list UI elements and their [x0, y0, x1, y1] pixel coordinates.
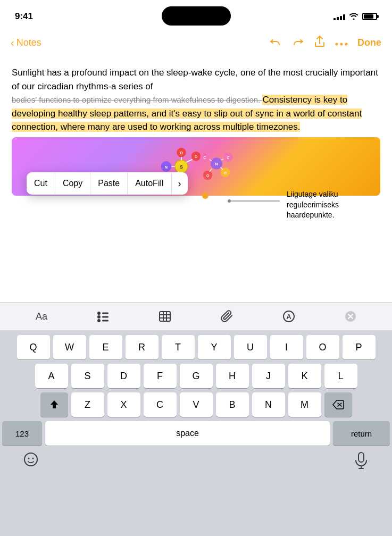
svg-text:C: C [204, 156, 206, 160]
toolbar-close-button[interactable] [320, 311, 381, 322]
table-button[interactable] [134, 311, 196, 322]
back-button[interactable]: ‹ Notes [11, 37, 269, 49]
svg-rect-36 [102, 313, 109, 314]
svg-rect-38 [102, 320, 109, 322]
dynamic-island [162, 6, 231, 26]
key-q[interactable]: Q [17, 335, 50, 359]
numbers-key[interactable]: 123 [2, 421, 42, 446]
key-t[interactable]: T [162, 335, 195, 359]
context-paste-button[interactable]: Paste [90, 172, 128, 195]
key-w[interactable]: W [53, 335, 86, 359]
context-autofill-button[interactable]: AutoFill [128, 172, 171, 195]
key-o[interactable]: O [306, 335, 339, 359]
svg-text:O: O [206, 174, 209, 178]
key-i[interactable]: I [270, 335, 303, 359]
key-m[interactable]: M [288, 392, 321, 417]
key-y[interactable]: Y [198, 335, 231, 359]
keyboard-bottom-bar [2, 450, 390, 478]
key-v[interactable]: V [180, 392, 213, 417]
emoji-button[interactable] [23, 452, 38, 471]
key-f[interactable]: F [144, 364, 177, 388]
context-copy-button[interactable]: Copy [55, 172, 90, 195]
svg-text:C: C [227, 156, 230, 160]
key-g[interactable]: G [180, 364, 213, 388]
key-x[interactable]: X [107, 392, 140, 417]
more-options-icon[interactable] [335, 37, 348, 49]
key-c[interactable]: C [144, 392, 177, 417]
svg-text:O: O [195, 155, 198, 159]
svg-rect-39 [160, 312, 170, 321]
key-k[interactable]: K [288, 364, 321, 388]
callout-line-icon [227, 190, 285, 212]
formatting-toolbar: Aa A [0, 302, 392, 331]
done-button[interactable]: Done [357, 37, 381, 48]
callout-text: Liigutage valiku reguleerimiseks haardep… [287, 189, 388, 221]
key-j[interactable]: J [252, 364, 285, 388]
selection-handle-end[interactable] [202, 192, 208, 199]
battery-icon [362, 13, 377, 20]
key-s[interactable]: S [71, 364, 104, 388]
keyboard-row-4: 123 space return [2, 421, 390, 446]
svg-line-21 [210, 159, 212, 161]
svg-point-2 [345, 43, 348, 45]
aa-label: Aa [36, 311, 47, 322]
nav-actions: Done [269, 35, 381, 51]
svg-text:N: N [215, 162, 218, 166]
share-icon[interactable] [314, 35, 326, 51]
key-p[interactable]: P [343, 335, 376, 359]
key-e[interactable]: E [89, 335, 122, 359]
space-key[interactable]: space [45, 421, 330, 446]
note-text-mid: bodies' functions to optimize everything… [12, 95, 262, 104]
keyboard: Q W E R T Y U I O P A S D F G H J K L Z … [0, 331, 392, 536]
key-l[interactable]: L [324, 364, 357, 388]
svg-text:O: O [224, 171, 227, 174]
signal-strength-icon [333, 13, 345, 20]
keyboard-row-2: A S D F G H J K L [2, 364, 390, 388]
back-label: Notes [16, 37, 41, 48]
svg-text:S: S [180, 164, 183, 169]
status-time: 9:41 [15, 11, 33, 22]
key-z[interactable]: Z [71, 392, 104, 417]
callout-annotation: Liigutage valiku reguleerimiseks haardep… [277, 189, 388, 221]
svg-point-51 [24, 453, 37, 466]
context-cut-button[interactable]: Cut [27, 172, 55, 195]
markup-button[interactable]: A [258, 310, 320, 323]
note-content-area[interactable]: Sunlight has a profound impact on the sl… [0, 56, 392, 196]
note-text: Sunlight has a profound impact on the sl… [12, 66, 380, 134]
status-icons [333, 12, 377, 21]
keyboard-row-1: Q W E R T Y U I O P [2, 335, 390, 359]
undo-icon[interactable] [269, 35, 282, 51]
wifi-icon [349, 12, 358, 21]
svg-point-52 [28, 458, 30, 459]
key-a[interactable]: A [35, 364, 68, 388]
svg-line-30 [210, 169, 212, 172]
shift-key[interactable] [40, 392, 68, 417]
svg-text:A: A [286, 313, 291, 321]
keyboard-row-3: Z X C V B N M [2, 392, 390, 417]
key-h[interactable]: H [216, 364, 249, 388]
svg-point-32 [228, 199, 231, 203]
key-n[interactable]: N [252, 392, 285, 417]
attachment-button[interactable] [196, 310, 258, 323]
delete-key[interactable] [324, 392, 352, 417]
svg-point-1 [340, 43, 343, 45]
svg-line-10 [186, 159, 193, 162]
svg-point-0 [336, 43, 338, 45]
microphone-button[interactable] [354, 452, 369, 473]
back-chevron-icon: ‹ [11, 37, 14, 49]
context-menu: Cut Copy Paste AutoFill › [27, 172, 188, 195]
svg-point-34 [97, 315, 101, 319]
svg-point-33 [97, 312, 101, 315]
key-r[interactable]: R [126, 335, 159, 359]
key-d[interactable]: D [107, 364, 140, 388]
return-key[interactable]: return [333, 421, 390, 446]
redo-icon[interactable] [291, 35, 304, 51]
key-b[interactable]: B [216, 392, 249, 417]
svg-rect-37 [102, 316, 109, 318]
list-format-button[interactable] [72, 311, 134, 322]
text-format-button[interactable]: Aa [11, 311, 72, 322]
svg-text:O: O [180, 150, 183, 155]
key-u[interactable]: U [234, 335, 267, 359]
svg-point-53 [32, 458, 34, 459]
context-more-button[interactable]: › [172, 172, 188, 195]
